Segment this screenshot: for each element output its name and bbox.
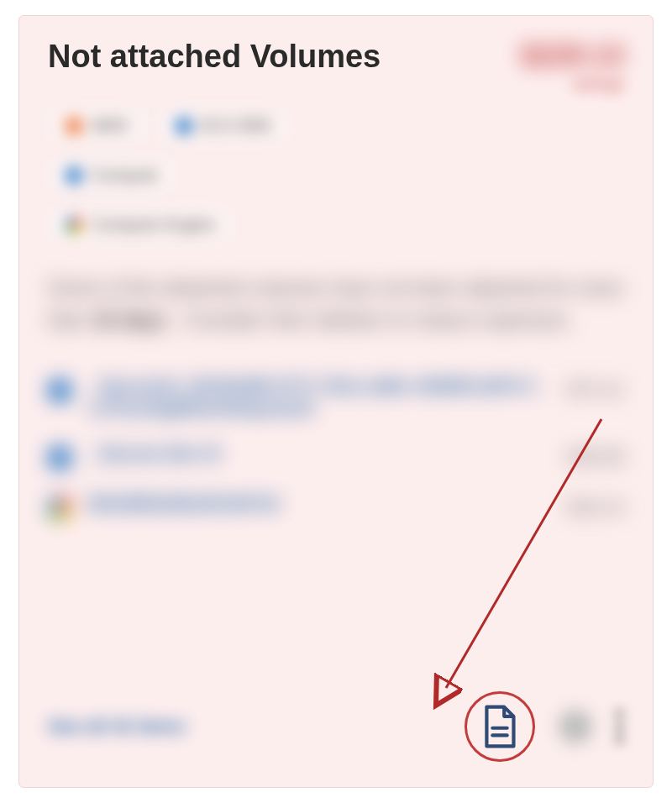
list-item[interactable]: 801090018010f140724 $18.14 <box>48 493 624 520</box>
volume-cost: $74.41 <box>568 379 624 401</box>
compute-icon <box>66 167 82 184</box>
volume-list: _SecureAI_b0103af8-4771-7be1-a66c-3028f1… <box>48 375 624 520</box>
list-item[interactable]: _SecureAI_b0103af8-4771-7be1-a66c-3028f1… <box>48 375 624 419</box>
volume-name: _SecureAI_b0103af8-4771-7be1-a66c-3028f1… <box>88 375 551 419</box>
document-icon <box>482 705 517 748</box>
filter-chips-row: AWS EC2 EBS <box>48 108 624 143</box>
cloud-provider-icon <box>48 379 71 402</box>
filter-chip-ec2-ebs[interactable]: EC2 EBS <box>158 108 289 143</box>
aws-icon <box>66 118 82 134</box>
more-menu-icon[interactable] <box>616 710 624 743</box>
card-description: Some of the detached volumes have not be… <box>48 272 624 334</box>
savings-amount: $229.13 <box>521 39 624 71</box>
action-cluster <box>465 691 624 762</box>
volume-name: 801090018010f140724 <box>88 493 551 515</box>
filter-chips-row-2: Compute <box>48 158 624 192</box>
savings-label: savings <box>521 76 624 93</box>
card-header: Not attached Volumes $229.13 savings <box>48 39 624 93</box>
gcp-icon <box>66 217 82 234</box>
open-documentation-button[interactable] <box>465 691 535 762</box>
list-item[interactable]: _Secure-dev-4l $49.58 <box>48 443 624 470</box>
card-footer: See all 42 items <box>48 691 624 762</box>
recommendation-card: Not attached Volumes $229.13 savings AWS… <box>18 15 654 788</box>
volume-cost: $18.14 <box>568 496 624 518</box>
volume-cost: $49.58 <box>568 446 624 468</box>
chip-label: EC2 EBS <box>201 116 271 135</box>
savings-block: $229.13 savings <box>521 39 624 93</box>
chip-label: Compute Engine <box>91 215 216 234</box>
chip-label: Compute <box>91 165 159 185</box>
ebs-icon <box>176 118 192 134</box>
card-title: Not attached Volumes <box>48 39 381 75</box>
filter-chip-aws[interactable]: AWS <box>48 108 146 143</box>
volume-name: _Secure-dev-4l <box>88 443 551 464</box>
chip-label: AWS <box>91 116 129 135</box>
filter-chip-compute[interactable]: Compute <box>48 158 176 192</box>
cloud-provider-icon <box>48 446 71 470</box>
filter-chips-row-3: Compute Engine <box>48 207 624 242</box>
desc-bold: 10 days <box>92 308 166 331</box>
filter-chip-compute-engine[interactable]: Compute Engine <box>48 207 234 242</box>
see-all-link[interactable]: See all 42 items <box>48 716 186 737</box>
desc-post: . Consider their deletion to reduce expe… <box>172 308 572 331</box>
cloud-provider-icon <box>48 496 71 520</box>
info-icon[interactable] <box>559 710 592 743</box>
